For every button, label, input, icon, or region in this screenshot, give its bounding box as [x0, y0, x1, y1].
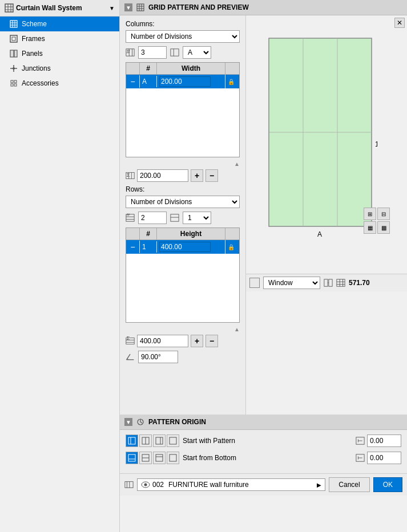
svg-rect-55 [329, 279, 332, 286]
frames-icon [9, 34, 18, 43]
columns-row-value-input[interactable] [159, 76, 211, 87]
rows-scroll-up-icon[interactable]: ▲ [234, 326, 240, 332]
sidebar-item-scheme-label: Scheme [22, 20, 47, 28]
col-hash-header [126, 63, 140, 74]
columns-scheme-select[interactable]: ABC [183, 46, 211, 59]
rows-total-row: Σ + − [126, 335, 240, 347]
grid-collapse-btn[interactable]: ▼ [124, 3, 132, 11]
pattern-origin-content: Start with Pattern [120, 430, 407, 473]
scroll-up-icon[interactable]: ▲ [234, 161, 240, 167]
svg-point-16 [13, 67, 15, 70]
svg-rect-81 [170, 454, 176, 461]
rows-row-1[interactable]: − 1 🔒 [126, 240, 239, 254]
start-pattern-value-icon [356, 436, 365, 445]
pattern-icon-2[interactable] [139, 434, 152, 447]
start-with-pattern-label: Start with Pattern [183, 437, 235, 445]
furniture-arrow: ▶ [317, 482, 321, 488]
cancel-button[interactable]: Cancel [329, 477, 369, 492]
bottom-value-input[interactable] [367, 452, 401, 464]
sidebar-item-frames-label: Frames [22, 35, 45, 43]
color-swatch[interactable] [249, 278, 260, 288]
row-action-header [225, 228, 239, 239]
bottom-icon-3[interactable] [153, 452, 166, 464]
preview-icon-1[interactable]: ⊞ [364, 208, 376, 220]
preview-corner-icons: ⊞ ⊟ ▦ ▩ [364, 208, 390, 234]
window-link-icon [324, 278, 333, 287]
pattern-icon-4[interactable] [167, 434, 179, 447]
bottom-icon-4[interactable] [167, 452, 179, 464]
start-with-pattern-row: Start with Pattern [126, 434, 401, 447]
svg-rect-40 [171, 214, 179, 221]
columns-remove-btn[interactable]: − [205, 169, 218, 182]
furniture-label: FURNITURE wall furniture [168, 481, 249, 489]
rows-add-btn[interactable]: + [191, 335, 203, 347]
start-pattern-value-input[interactable] [367, 434, 401, 447]
pattern-icon-1[interactable] [126, 434, 138, 447]
bottom-value-box [356, 452, 401, 464]
grid-section-header: ▼ GRID PATTERN AND PREVIEW [120, 0, 407, 15]
preview-close-btn[interactable]: ✕ [394, 18, 405, 28]
pattern-collapse-btn[interactable]: ▼ [124, 418, 132, 426]
sidebar-item-panels[interactable]: Panels [0, 46, 119, 61]
sidebar-header: Curtain Wall System ▼ [0, 0, 119, 17]
columns-add-btn[interactable]: + [191, 169, 203, 182]
window-dropdown-row: Window Door Empty [246, 274, 407, 291]
rows-row-value-input[interactable] [159, 242, 211, 252]
bottom-icon-1[interactable] [126, 452, 138, 464]
rows-total-input[interactable] [137, 335, 188, 347]
svg-text:A: A [317, 230, 322, 238]
columns-total-input[interactable] [137, 169, 188, 182]
pattern-origin-header: ▼ PATTERN ORIGIN [120, 415, 407, 430]
row-minus-btn2[interactable]: − [126, 241, 140, 253]
col-width-header: Width [157, 63, 225, 74]
window-grid-icon [336, 278, 345, 287]
bottom-pattern-icons [126, 452, 179, 464]
window-type-select[interactable]: Window Door Empty [263, 277, 320, 289]
ok-button[interactable]: OK [373, 477, 402, 492]
preview-icon-2[interactable]: ⊟ [377, 208, 390, 220]
preview-size-value: 571.70 [349, 279, 370, 287]
angle-input[interactable] [138, 351, 178, 363]
columns-row-1[interactable]: − A 🔒 [126, 75, 239, 88]
sidebar-item-accessories-label: Accessories [22, 79, 59, 87]
columns-count-input[interactable] [138, 46, 167, 59]
rows-division-select[interactable]: Number of Divisions Fixed Size Best Fit [126, 196, 240, 208]
preview-icon-4[interactable]: ▩ [377, 221, 390, 234]
furniture-dropdown[interactable]: 002 FURNITURE wall furniture ▶ [137, 478, 325, 491]
start-from-bottom-label: Start from Bottom [183, 454, 236, 462]
svg-text:#: # [127, 213, 130, 217]
pattern-icon-3[interactable] [153, 434, 166, 447]
sidebar-item-junctions[interactable]: Junctions [0, 61, 119, 76]
eye-icon [141, 480, 150, 489]
rows-count-input[interactable] [138, 212, 167, 224]
collapse-icon[interactable]: ▼ [109, 5, 115, 11]
bottom-icon-2[interactable] [139, 452, 152, 464]
svg-rect-65 [128, 437, 135, 444]
furniture-code: 002 [152, 481, 164, 489]
columns-empty-rows [126, 88, 239, 157]
sidebar-item-scheme[interactable]: Scheme [0, 17, 119, 31]
row-height-header: Height [157, 228, 225, 239]
rows-remove-btn[interactable]: − [205, 335, 218, 347]
sidebar-item-accessories[interactable]: Accessories [0, 76, 119, 91]
svg-text:Σ: Σ [127, 172, 130, 178]
main-content: ▼ GRID PATTERN AND PREVIEW Columns: Numb… [120, 0, 407, 532]
rows-scheme-select[interactable]: 123 [183, 212, 211, 224]
furniture-icon [124, 480, 134, 489]
preview-svg: 1 A [263, 33, 377, 238]
grid-controls: Columns: Number of Divisions Fixed Size … [120, 15, 245, 415]
columns-division-select[interactable]: Number of Divisions Fixed Size Best Fit [126, 30, 240, 43]
sidebar-item-junctions-label: Junctions [22, 64, 51, 72]
preview-icon-3[interactable]: ▦ [364, 221, 376, 234]
angle-icon [126, 352, 135, 362]
sidebar-item-panels-label: Panels [22, 50, 43, 58]
columns-table: # Width − A 🔒 [126, 62, 240, 157]
rows-label: Rows: [126, 185, 240, 193]
rows-table: # Height − 1 🔒 [126, 228, 240, 323]
preview-canvas-area: 1 A ⊞ ⊟ ▦ ▩ [263, 33, 390, 239]
sidebar-item-frames[interactable]: Frames [0, 31, 119, 46]
svg-rect-11 [12, 37, 15, 40]
grid-section-title: GRID PATTERN AND PREVIEW [148, 3, 249, 11]
curtain-wall-icon [5, 3, 14, 13]
row-minus-btn[interactable]: − [126, 75, 140, 88]
